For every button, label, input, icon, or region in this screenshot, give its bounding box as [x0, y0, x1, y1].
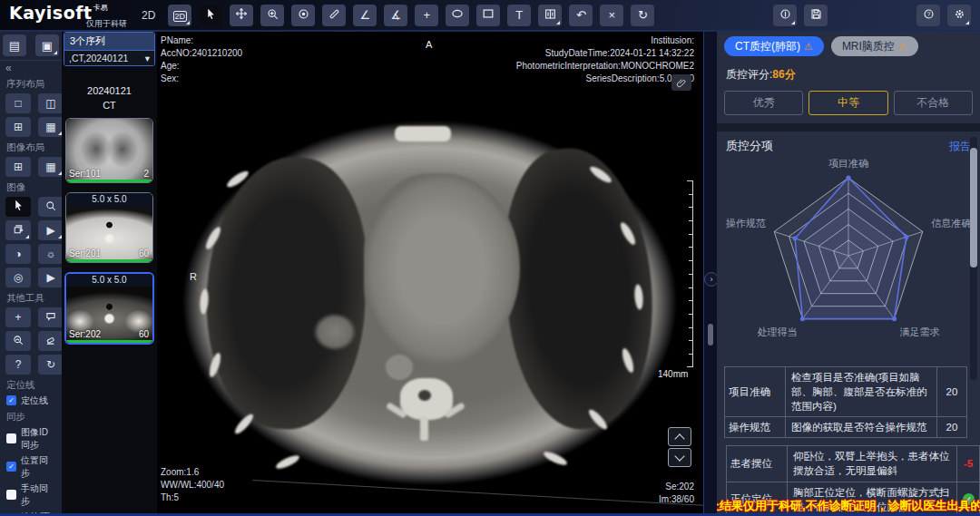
flip-rotate-icon [13, 224, 24, 238]
tool-button-delete[interactable]: ? [5, 355, 31, 375]
tool-button-img-layout-3x3[interactable]: ▦ [38, 157, 62, 177]
qc-radar-chart: 项目准确信息准确满足需求处理得当操作规范 [725, 156, 972, 363]
report-link[interactable]: 报告 [949, 139, 971, 154]
tab-ct-lung-qc[interactable]: CT质控(肺部) ⚠ [724, 36, 824, 56]
qc-tabs: CT质控(肺部) ⚠ MRI脑质控 ⚠ [717, 30, 980, 61]
previous-slice-button[interactable] [668, 427, 691, 446]
tool-button-reset[interactable]: ↻ [38, 355, 62, 375]
corner-expand-mark [556, 21, 560, 24]
sync-checkbox-row[interactable]: 图像ID同步 [0, 424, 62, 453]
toolbar-button-text-annotation[interactable]: T [507, 5, 531, 26]
toolbar-button-report[interactable]: ▣ [35, 34, 59, 56]
attachment-button[interactable] [671, 74, 691, 91]
tool-button-cine-play[interactable]: ▶ [38, 220, 62, 240]
grade-medium-button[interactable]: 中等 [808, 91, 887, 115]
tool-button-target[interactable]: ◎ [5, 268, 31, 287]
toolbar-button-reset[interactable]: ↻ [631, 5, 654, 26]
collapse-sidebar-button[interactable]: « [0, 61, 62, 75]
corner-expand-mark [54, 51, 57, 54]
tab-mri-brain-qc[interactable]: MRI脑质控 ⚠ [831, 36, 918, 56]
toolbar-button-undo[interactable]: ↶ [569, 5, 593, 26]
tool-button-brightness[interactable]: ☼ [38, 244, 62, 264]
zoom-in-icon [267, 8, 279, 23]
reset-icon: ↻ [46, 358, 55, 371]
tool-button-layout-1x1[interactable]: □ [5, 93, 31, 113]
toolbar-button-angle-measure[interactable]: ∠ [353, 5, 377, 26]
dropdown-chevron-icon: ▾ [145, 53, 150, 63]
toolbar-button-settings[interactable] [947, 5, 971, 26]
sync-checkbox-row[interactable]: 手动同步 [0, 481, 62, 509]
series-thumbnail-202-selected[interactable]: 5.0 x 5.0 Ser:202 60 [64, 272, 154, 345]
series-thumbnail-101[interactable]: Ser:101 2 [65, 118, 153, 183]
tool-button-play[interactable]: ▶ [38, 268, 62, 287]
tool-button-magnify[interactable] [38, 197, 62, 217]
locator-checkbox-row[interactable]: 定位线 [0, 393, 62, 408]
sidebar-sections: 序列布局□◫⊞▦图像布局⊞▦图像▶◑☼◎▶其他工具+?↻ [0, 75, 62, 376]
tool-button-layout-2x2[interactable]: ⊞ [5, 117, 31, 137]
series-thumbnail-201[interactable]: 5.0 x 5.0 Ser:201 60 [65, 192, 153, 263]
qc-table-row: 患者摆位仰卧位，双臂上举抱头，患者体位摆放合适，无明显偏斜-5 [726, 445, 980, 482]
toolbar-button-rect-roi[interactable] [476, 5, 500, 26]
toolbar-button-zoom-in[interactable] [260, 5, 284, 26]
toolbar-button-save[interactable] [804, 5, 828, 26]
img-layout-3x3-icon: ▦ [45, 161, 55, 173]
tool-button-img-layout-2x2[interactable]: ⊞ [5, 157, 31, 177]
tool-button-layout-3x3[interactable]: ▦ [38, 117, 62, 137]
tool-button-flip-rotate[interactable] [5, 220, 31, 240]
svg-text:项目准确: 项目准确 [828, 158, 868, 169]
study-dropdown[interactable]: ,CT,20240121 ▾ [64, 50, 154, 65]
checkbox-icon [6, 395, 16, 405]
toolbar-button-2d-layout[interactable]: 2D [168, 5, 191, 26]
image-viewport[interactable]: PName: AccNO:2401210200 Age: Sex: Instit… [157, 30, 703, 513]
toolbar-button-probe[interactable]: + [415, 5, 438, 26]
tool-button-magnifier-glass[interactable] [5, 331, 31, 351]
corner-expand-mark [186, 21, 190, 24]
toolbar-button-pan[interactable] [230, 5, 253, 26]
study-dropdown-value: ,CT,20240121 [69, 53, 128, 63]
delete-icon: ? [15, 358, 22, 371]
grade-fail-button[interactable]: 不合格 [894, 91, 973, 115]
tool-button-annotation-bubble[interactable] [38, 307, 62, 327]
toolbar-button-help[interactable]: ? [916, 5, 940, 26]
invert-icon: ◑ [15, 248, 21, 260]
tool-button-crosshair[interactable]: + [5, 307, 31, 327]
qc-score: 质控评分:86分 [717, 61, 980, 84]
tool-grid: ▶◑☼◎▶ [0, 195, 62, 289]
chevron-up-icon [674, 433, 684, 443]
quality-control-panel: CT质控(肺部) ⚠ MRI脑质控 ⚠ 质控评分:86分 优秀 中等 不合格 质… [717, 30, 980, 513]
tool-button-eraser[interactable] [38, 331, 62, 351]
study-selector: 3个序列 ,CT,20240121 ▾ [64, 32, 155, 66]
toolbar-button-window-level[interactable] [291, 5, 315, 26]
sync-checkbox-row[interactable]: 位置同步 [0, 453, 62, 481]
toolbar-button-info[interactable] [773, 5, 797, 26]
study-date: 20240121 [62, 84, 157, 99]
tool-button-cursor[interactable] [5, 197, 31, 217]
slice-scrollbar-thumb[interactable] [708, 324, 713, 346]
tool-grid: ⊞▦ [0, 155, 62, 179]
section-label: 其他工具 [0, 289, 62, 306]
overlay-patient-info: PName: AccNO:2401210200 Age: Sex: [161, 34, 242, 85]
corner-expand-mark [25, 235, 29, 239]
toolbar-button-length-measure[interactable] [322, 5, 346, 26]
qc-item-description: 仰卧位，双臂上举抱头，患者体位摆放合适，无明显偏斜 [788, 446, 957, 481]
qc-scrollbar-thumb[interactable] [970, 148, 977, 268]
penalty-score: -5 [964, 458, 973, 469]
section-label: 图像 [0, 179, 62, 195]
toolbar-button-ellipse-roi[interactable] [446, 5, 469, 26]
section-label: 序列布局 [0, 75, 62, 92]
tool-button-invert[interactable]: ◑ [5, 244, 31, 264]
toolbar-button-series-compare[interactable] [538, 5, 562, 26]
next-slice-button[interactable] [668, 448, 691, 467]
toolbar-button-cursor[interactable] [199, 5, 222, 26]
toolbar-button-delete-annotation[interactable]: × [600, 5, 623, 26]
toolbar-button-series-list[interactable]: ▤ [3, 34, 26, 56]
tool-button-layout-1x2[interactable]: ◫ [38, 93, 62, 113]
tool-grid: +?↻ [0, 306, 62, 376]
section-divider [717, 123, 980, 131]
qc-score-label: 质控评分: [726, 68, 772, 81]
grade-excellent-button[interactable]: 优秀 [724, 91, 803, 115]
collapse-sidebar-icon: « [5, 62, 12, 74]
checkbox-label: 位置同步 [21, 454, 55, 480]
toolbar-button-cobb-angle[interactable]: ∡ [384, 5, 407, 26]
image-count-label: 60 [139, 248, 149, 258]
